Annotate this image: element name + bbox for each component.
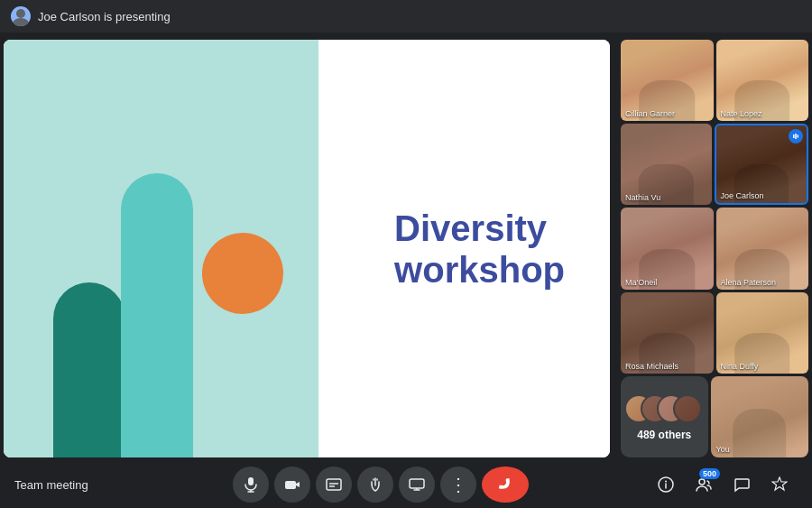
participant-tile-maoneil: Ma'Oneil <box>621 208 714 289</box>
participant-tile-alena: Alena Paterson <box>716 208 809 289</box>
activities-button[interactable] <box>761 466 798 503</box>
presentation-panel: Diversity workshop <box>4 40 610 457</box>
svg-rect-9 <box>327 479 341 490</box>
svg-rect-4 <box>798 135 799 138</box>
shape-bar-short <box>53 282 125 457</box>
others-avatars <box>624 393 704 425</box>
shape-bar-tall <box>121 173 193 457</box>
shape-circle-orange <box>202 233 283 314</box>
toolbar-right: 500 <box>648 466 798 503</box>
participant-tile-cillian: Cillian Garner <box>621 40 714 121</box>
participant-tile-joe: Joe Carlson <box>715 124 809 205</box>
participant-row-3: Ma'Oneil Alena Paterson <box>621 208 808 289</box>
info-button[interactable] <box>648 466 684 503</box>
speaking-indicator <box>789 129 803 143</box>
svg-rect-2 <box>793 134 795 138</box>
participant-tile-nathia: Nathia Vu <box>621 124 712 205</box>
participant-name-alena: Alena Paterson <box>721 278 777 287</box>
participant-name-nate: Nate Lopez <box>721 109 762 118</box>
svg-point-18 <box>699 479 705 485</box>
meeting-name: Team meeting <box>14 478 114 492</box>
participant-row-4: Rosa Michaels Nina Duffy <box>621 292 808 374</box>
others-tile[interactable]: 489 others <box>621 376 708 457</box>
presenter-avatar <box>11 6 31 26</box>
others-count-label: 489 others <box>637 429 691 441</box>
raise-hand-button[interactable] <box>357 466 393 503</box>
svg-point-17 <box>665 481 667 483</box>
participants-button[interactable]: 500 <box>686 466 722 503</box>
bottom-toolbar: Team meeting <box>0 461 812 508</box>
slide-inner: Diversity workshop <box>4 40 610 457</box>
svg-rect-3 <box>795 134 797 139</box>
svg-point-1 <box>13 18 29 26</box>
toolbar-controls: ⋮ <box>233 466 529 503</box>
present-button[interactable] <box>399 466 435 503</box>
participant-row-1: Cillian Garner Nate Lopez <box>621 40 808 121</box>
participant-name-nathia: Nathia Vu <box>625 193 660 202</box>
svg-rect-5 <box>248 477 254 485</box>
camera-button[interactable] <box>274 466 310 503</box>
svg-rect-8 <box>285 481 296 489</box>
svg-marker-19 <box>772 477 787 490</box>
slide-title: Diversity workshop <box>394 208 565 291</box>
participant-name-joe: Joe Carlson <box>721 191 764 200</box>
more-options-button[interactable]: ⋮ <box>440 466 476 503</box>
mic-button[interactable] <box>233 466 269 503</box>
participant-name-maoneil: Ma'Oneil <box>625 278 657 287</box>
participant-name-cillian: Cillian Garner <box>625 109 675 118</box>
participant-name-rosa: Rosa Michaels <box>625 362 678 371</box>
chat-button[interactable] <box>724 466 760 503</box>
participant-tile-nate: Nate Lopez <box>716 40 809 121</box>
mini-avatar-4 <box>673 394 702 423</box>
captions-button[interactable] <box>316 466 352 503</box>
end-call-button[interactable] <box>482 466 529 503</box>
presenter-text: Joe Carlson is presenting <box>38 10 171 23</box>
you-tile: You <box>711 376 809 457</box>
participants-grid: Cillian Garner Nate Lopez Nathia Vu Joe … <box>617 36 812 461</box>
participant-name-nina: Nina Duffy <box>721 362 759 371</box>
participant-tile-rosa: Rosa Michaels <box>621 292 714 374</box>
participant-tile-nina: Nina Duffy <box>716 292 809 374</box>
top-bar: Joe Carlson is presenting <box>0 0 812 32</box>
you-label: You <box>716 445 730 454</box>
participant-row-2: Nathia Vu Joe Carlson <box>621 124 808 205</box>
participant-row-5: 489 others You <box>621 376 808 457</box>
svg-point-0 <box>16 9 25 18</box>
you-silhouette <box>733 409 787 457</box>
participant-count-badge: 500 <box>699 468 720 479</box>
svg-rect-12 <box>410 479 424 488</box>
